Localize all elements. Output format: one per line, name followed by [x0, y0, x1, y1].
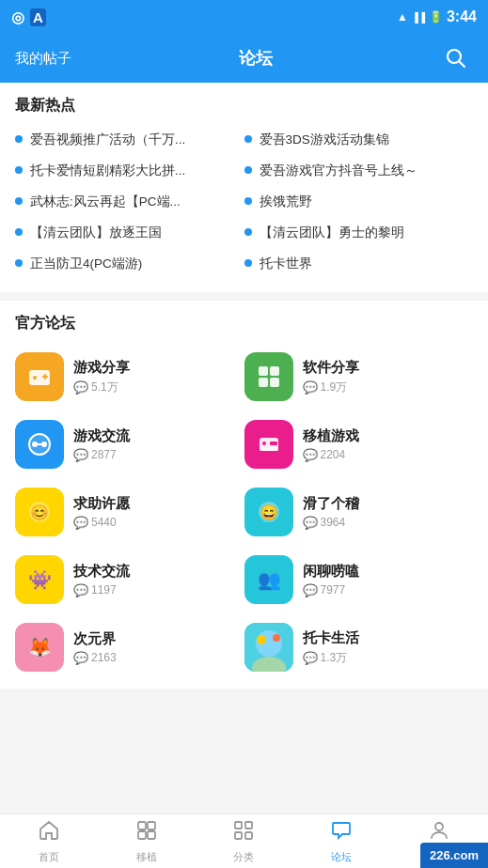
- forum-name: 软件分享: [303, 359, 359, 377]
- list-item[interactable]: 移植游戏 💬 2204: [244, 411, 474, 478]
- forum-info: 游戏分享 💬 5.1万: [73, 359, 130, 395]
- list-item[interactable]: 武林志:风云再起【PC端...: [15, 187, 244, 218]
- nav-item-migrate[interactable]: 移植: [98, 819, 196, 864]
- list-item[interactable]: 爱吾视频推广活动（千万...: [15, 125, 244, 156]
- list-item[interactable]: 👥 闲聊唠嗑 💬 7977: [244, 546, 474, 613]
- forum-name: 次元界: [73, 630, 117, 648]
- forum-name: 技术交流: [73, 563, 130, 581]
- status-bar: ◎ A ▲ ▐▐ 🔋 3:44: [0, 0, 488, 34]
- list-item[interactable]: 正当防卫4(PC端游): [15, 249, 244, 280]
- svg-point-28: [257, 635, 266, 644]
- forum-info: 求助许愿 💬 5440: [73, 495, 130, 530]
- list-item[interactable]: 托卡生活 💬 1.3万: [244, 613, 474, 681]
- list-item[interactable]: 爱吾游戏官方抖音号上线～: [244, 156, 474, 187]
- list-item[interactable]: 软件分享 💬 1.9万: [244, 343, 474, 411]
- list-item[interactable]: 挨饿荒野: [244, 187, 474, 218]
- hot-item-text: 托卡爱情短剧精彩大比拼...: [30, 163, 244, 180]
- status-right-icons: ▲ ▐▐ 🔋 3:44: [397, 8, 477, 25]
- forum-count: 💬 1.9万: [303, 380, 359, 395]
- app-icon-1: ◎: [11, 8, 24, 26]
- forum-count: 💬 2163: [73, 651, 117, 665]
- forum-count: 💬 5440: [73, 516, 130, 530]
- svg-rect-5: [44, 374, 46, 380]
- list-item[interactable]: 👾 技术交流 💬 1197: [15, 546, 244, 613]
- hot-dot: [15, 166, 23, 174]
- svg-rect-13: [37, 443, 42, 445]
- nav-label-migrate: 移植: [136, 850, 157, 864]
- message-icon: 💬: [303, 380, 318, 395]
- list-item[interactable]: 托卡爱情短剧精彩大比拼...: [15, 156, 244, 187]
- list-item[interactable]: 爱吾3DS游戏活动集锦: [244, 125, 474, 156]
- hot-dot: [15, 197, 23, 205]
- message-icon: 💬: [303, 651, 318, 665]
- svg-text:👾: 👾: [28, 568, 52, 591]
- list-item[interactable]: 😊 求助许愿 💬 5440: [15, 478, 244, 546]
- hot-section-title: 最新热点: [15, 96, 473, 116]
- forum-info: 滑了个稽 💬 3964: [303, 495, 359, 530]
- forum-info: 游戏交流 💬 2877: [73, 427, 130, 462]
- forum-info: 闲聊唠嗑 💬 7977: [303, 563, 359, 597]
- nav-item-forum[interactable]: 论坛: [292, 819, 390, 864]
- svg-rect-37: [245, 832, 252, 839]
- svg-point-3: [33, 376, 37, 380]
- hot-dot: [15, 228, 23, 236]
- svg-text:😊: 😊: [30, 504, 49, 521]
- forum-icon-funny: 😄: [244, 488, 293, 536]
- message-icon: 💬: [73, 583, 88, 597]
- nav-item-home[interactable]: 首页: [0, 819, 98, 864]
- forum-info: 技术交流 💬 1197: [73, 563, 130, 597]
- list-item[interactable]: 🦊 次元界 💬 2163: [15, 613, 244, 681]
- forum-info: 移植游戏 💬 2204: [303, 427, 359, 462]
- forum-count: 💬 2204: [303, 448, 359, 462]
- hot-item-text: 爱吾3DS游戏活动集锦: [260, 132, 474, 149]
- svg-rect-30: [138, 822, 146, 829]
- my-posts-link[interactable]: 我的帖子: [15, 50, 71, 68]
- hot-section: 最新热点 爱吾视频推广活动（千万... 爱吾3DS游戏活动集锦 托卡爱情短剧精彩…: [0, 83, 488, 292]
- forum-grid: 游戏分享 💬 5.1万 软件分享 💬 1.9万: [15, 343, 473, 681]
- forum-section: 官方论坛 游戏分享 💬 5.1万 软件分享 💬: [0, 301, 488, 689]
- svg-rect-9: [270, 378, 279, 387]
- watermark-badge: 226.com: [420, 843, 488, 868]
- nav-label-category: 分类: [233, 850, 254, 864]
- forum-info: 软件分享 💬 1.9万: [303, 359, 359, 395]
- svg-point-16: [262, 442, 266, 445]
- svg-text:🦊: 🦊: [28, 636, 52, 659]
- hot-dot: [244, 166, 252, 174]
- forum-count: 💬 5.1万: [73, 380, 130, 395]
- category-icon: [232, 819, 255, 847]
- watermark-suffix: .com: [450, 848, 479, 862]
- forum-name: 游戏分享: [73, 359, 130, 377]
- forum-name: 求助许愿: [73, 495, 130, 513]
- forum-icon-chat: 👥: [244, 555, 293, 604]
- message-icon: 💬: [303, 448, 318, 462]
- message-icon: 💬: [73, 448, 88, 462]
- list-item[interactable]: 游戏分享 💬 5.1万: [15, 343, 244, 411]
- list-item[interactable]: 😄 滑了个稽 💬 3964: [244, 478, 474, 546]
- forum-count: 💬 7977: [303, 583, 359, 597]
- hot-item-text: 托卡世界: [260, 256, 474, 273]
- message-icon: 💬: [73, 380, 88, 395]
- forum-nav-icon: [330, 819, 353, 847]
- list-item[interactable]: 游戏交流 💬 2877: [15, 411, 244, 478]
- list-item[interactable]: 【清云团队】勇士的黎明: [244, 218, 474, 249]
- search-button[interactable]: [439, 41, 473, 75]
- forum-info: 托卡生活 💬 1.3万: [303, 629, 359, 666]
- forum-info: 次元界 💬 2163: [73, 630, 117, 665]
- forum-count: 💬 1197: [73, 583, 130, 597]
- hot-item-text: 正当防卫4(PC端游): [30, 256, 244, 273]
- svg-rect-31: [148, 822, 155, 829]
- nav-item-category[interactable]: 分类: [196, 819, 293, 864]
- svg-rect-17: [270, 442, 277, 445]
- hot-item-text: 武林志:风云再起【PC端...: [30, 194, 244, 211]
- forum-icon-software-share: [244, 352, 293, 401]
- hot-item-text: 【清云团队】勇士的黎明: [260, 225, 474, 242]
- status-time: 3:44: [447, 8, 477, 25]
- list-item[interactable]: 托卡世界: [244, 249, 474, 280]
- message-icon: 💬: [73, 651, 88, 665]
- hot-item-text: 挨饿荒野: [260, 194, 474, 211]
- svg-rect-7: [270, 366, 279, 376]
- watermark-spacer: [0, 689, 488, 743]
- hot-grid: 爱吾视频推广活动（千万... 爱吾3DS游戏活动集锦 托卡爱情短剧精彩大比拼..…: [15, 125, 473, 279]
- svg-rect-6: [259, 366, 268, 376]
- list-item[interactable]: 【清云团队】放逐王国: [15, 218, 244, 249]
